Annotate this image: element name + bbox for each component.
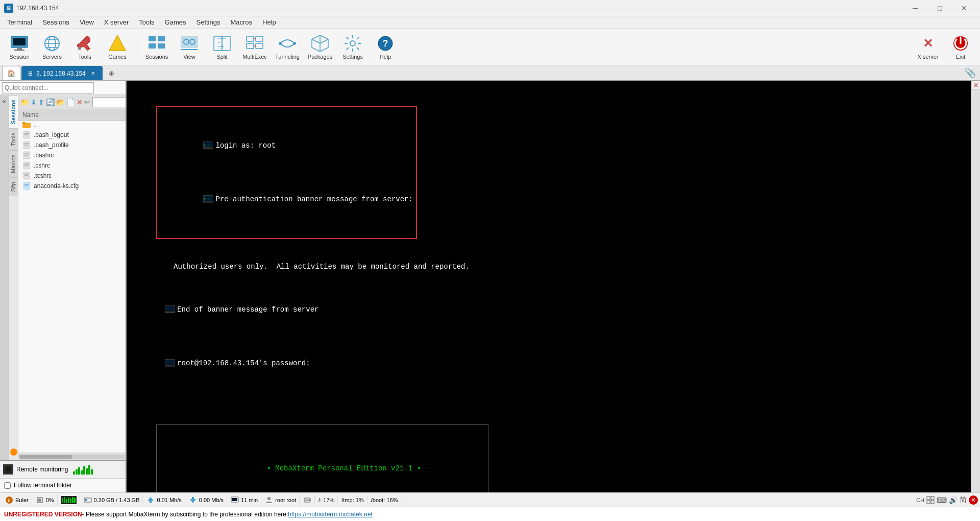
menu-games[interactable]: Games xyxy=(160,17,191,27)
minimize-button[interactable]: ─ xyxy=(903,1,927,16)
right-sidebar: ✕ xyxy=(971,81,980,492)
fp-download-btn[interactable]: ⬇ xyxy=(30,96,37,108)
cpu-graph-icon xyxy=(61,496,77,504)
svg-rect-24 xyxy=(256,43,263,49)
status-user-label: root root xyxy=(275,497,296,503)
follow-folder-checkbox[interactable] xyxy=(4,482,11,489)
file-item-tcshrc[interactable]: .tcshrc xyxy=(18,171,126,181)
toolbar-sessions[interactable]: Sessions xyxy=(141,31,172,63)
paperclip-icon[interactable]: 📎 xyxy=(965,68,976,78)
unreg-bold-label: UNREGISTERED VERSION xyxy=(4,511,82,518)
status-user: root root xyxy=(262,495,300,505)
menu-view[interactable]: View xyxy=(75,17,99,27)
svg-rect-73 xyxy=(62,498,63,503)
sidebar-tab-macros[interactable]: Macros xyxy=(9,150,18,177)
tab-home[interactable]: 🏠 xyxy=(2,66,20,80)
tunneling-icon xyxy=(278,34,297,53)
multiexec-icon xyxy=(246,34,264,53)
menu-settings[interactable]: Settings xyxy=(191,17,226,27)
view-icon xyxy=(180,34,199,53)
fp-open-btn[interactable]: 📂 xyxy=(56,96,65,108)
tab-close-button[interactable]: ✕ xyxy=(89,69,97,78)
file-list-header: Name xyxy=(18,109,126,121)
fp-edit-btn[interactable]: ✏ xyxy=(84,96,91,108)
svg-rect-83 xyxy=(150,501,152,503)
toolbar-help[interactable]: ? Help xyxy=(370,31,401,63)
file-icon-bashrc xyxy=(22,151,31,159)
fp-delete-btn[interactable]: ✕ xyxy=(76,96,83,108)
nav-collapse-arrow[interactable]: « xyxy=(2,96,8,106)
sidebar-tab-tools[interactable]: Tools xyxy=(9,128,18,150)
toolbar-session[interactable]: Session xyxy=(4,31,35,63)
file-item-dotdot-label: .. xyxy=(34,122,37,129)
file-item-bash-logout[interactable]: .bash_logout xyxy=(18,130,126,140)
tab-bar: 🏠 🖥 3. 192.168.43.154 ✕ ⊕ 📎 xyxy=(0,65,980,81)
fp-upload-btn[interactable]: ⬆ xyxy=(38,96,45,108)
status-mem: 0.20 GB / 1.43 GB xyxy=(81,495,143,505)
scrollbar-track[interactable] xyxy=(19,455,125,459)
menu-xserver[interactable]: X server xyxy=(99,17,134,27)
app-icon: 🖥 xyxy=(4,4,13,13)
main-content: « Sessions Tools Macros Sftp 📁 ⬇ ⬆ xyxy=(0,81,980,492)
maximize-button[interactable]: □ xyxy=(928,1,951,16)
menu-bar: Terminal Sessions View X server Tools Ga… xyxy=(0,16,980,29)
sessions-icon xyxy=(148,34,166,53)
login-box: C:\login as: root C:\Pre-authentication … xyxy=(156,106,416,239)
file-item-dotdot[interactable]: .. xyxy=(18,121,126,130)
menu-terminal[interactable]: Terminal xyxy=(2,17,37,27)
unreg-link[interactable]: https://mobaxterm.mobatek.net xyxy=(288,511,372,518)
split-icon xyxy=(213,34,231,53)
terminal-icon-3 xyxy=(165,305,175,314)
scrollbar-thumb[interactable] xyxy=(19,455,72,459)
fp-path-input[interactable]: /root/ xyxy=(92,97,126,107)
graph-bar-5 xyxy=(83,466,85,475)
toolbar-settings[interactable]: Settings xyxy=(337,31,368,63)
right-close-btn[interactable]: ✕ xyxy=(971,81,980,90)
toolbar-session-label: Session xyxy=(9,54,29,60)
session-icon xyxy=(10,34,29,53)
terminal[interactable]: C:\login as: root C:\Pre-authentication … xyxy=(127,81,971,492)
file-panel-scrollbar[interactable] xyxy=(18,453,126,460)
servers-icon xyxy=(43,34,61,53)
menu-help[interactable]: Help xyxy=(257,17,281,27)
fp-refresh-btn[interactable]: 🔄 xyxy=(45,96,55,108)
file-item-anaconda[interactable]: anaconda-ks.cfg xyxy=(18,181,126,191)
toolbar-tools[interactable]: Tools xyxy=(69,31,100,63)
sidebar-tab-sftp[interactable]: Sftp xyxy=(9,177,18,196)
svg-rect-71 xyxy=(38,499,41,502)
toolbar-servers[interactable]: Servers xyxy=(37,31,67,63)
toolbar-exit[interactable]: Exit xyxy=(945,31,976,63)
toolbar-packages[interactable]: Packages xyxy=(305,31,335,63)
file-item-bashrc[interactable]: .bashrc xyxy=(18,150,126,160)
fp-new-file-btn[interactable]: 📄 xyxy=(66,96,76,108)
toolbar-tunneling[interactable]: Tunneling xyxy=(272,31,303,63)
status-red-close[interactable]: ✕ xyxy=(969,495,978,505)
side-tabs: Sessions Tools Macros Sftp xyxy=(9,95,18,460)
file-item-bash-logout-label: .bash_logout xyxy=(34,131,69,138)
toolbar-games[interactable]: Games xyxy=(102,31,133,63)
window-title: 192.168.43.154 xyxy=(16,5,903,12)
svg-rect-14 xyxy=(158,43,165,49)
sidebar-tab-sessions[interactable]: Sessions xyxy=(9,95,18,128)
file-item-cshrc[interactable]: .cshrc xyxy=(18,160,126,171)
file-item-bash-profile[interactable]: .bash_profile xyxy=(18,140,126,150)
tab-add-button[interactable]: ⊕ xyxy=(105,66,119,80)
toolbar-view[interactable]: View xyxy=(174,31,205,63)
xserver-icon: ✕ xyxy=(919,34,937,53)
tab-icon: 🖥 xyxy=(27,70,33,77)
toolbar-sep-2 xyxy=(405,34,405,60)
tab-active[interactable]: 🖥 3. 192.168.43.154 ✕ xyxy=(21,66,103,80)
close-button[interactable]: ✕ xyxy=(952,1,976,16)
monitoring-bar: Remote monitoring xyxy=(0,461,126,479)
svg-marker-82 xyxy=(148,497,154,501)
svg-rect-21 xyxy=(247,36,254,41)
menu-sessions[interactable]: Sessions xyxy=(37,17,75,27)
toolbar-split[interactable]: Split xyxy=(207,31,237,63)
menu-tools[interactable]: Tools xyxy=(134,17,159,27)
svg-rect-74 xyxy=(64,497,65,503)
quick-connect-input[interactable] xyxy=(2,82,94,93)
fp-new-folder-btn[interactable]: 📁 xyxy=(20,96,30,108)
menu-macros[interactable]: Macros xyxy=(225,17,257,27)
toolbar-xserver[interactable]: ✕ X server xyxy=(913,31,943,63)
toolbar-multiexec[interactable]: MultiExec xyxy=(239,31,270,63)
